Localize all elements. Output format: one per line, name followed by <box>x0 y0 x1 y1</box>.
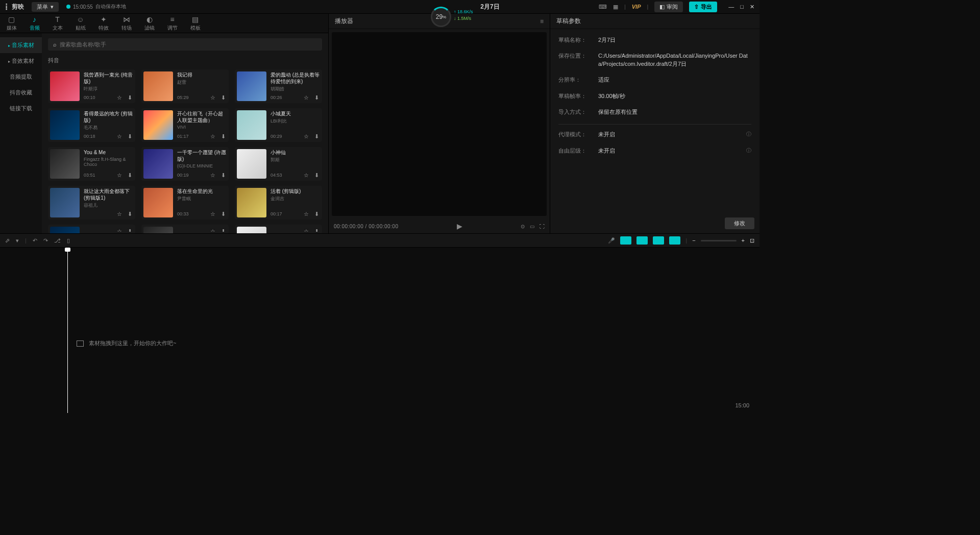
top-tab-0[interactable]: ▢媒体 <box>0 14 23 33</box>
favorite-icon[interactable]: ☆ <box>209 228 216 232</box>
info-icon[interactable]: ⓘ <box>746 147 751 155</box>
music-card[interactable]: 就让这大雨全都落下 (剪辑版1)容祖儿☆⬇ <box>48 186 135 220</box>
modify-button[interactable]: 修改 <box>725 217 754 229</box>
player-viewport[interactable] <box>332 32 547 216</box>
music-thumb <box>143 188 173 217</box>
music-card[interactable]: 带我去找夜生活☆⬇ <box>235 225 322 233</box>
track-btn-4[interactable] <box>669 236 680 245</box>
focus-icon[interactable]: ⊙ <box>521 224 525 229</box>
side-tab-3[interactable]: 抖音收藏 <box>0 85 42 101</box>
favorite-icon[interactable]: ☆ <box>303 228 310 232</box>
music-card[interactable]: 小城夏天LBI利比00:29☆⬇ <box>235 108 322 142</box>
info-icon[interactable]: ⓘ <box>746 131 751 138</box>
playhead[interactable] <box>67 250 68 413</box>
cursor-tool-icon[interactable]: ⬀ <box>5 237 10 244</box>
minimize-icon[interactable]: — <box>728 4 734 10</box>
side-tab-1[interactable]: ▸音效素材 <box>0 53 42 69</box>
music-card[interactable]: 我记得赵雷05:29☆⬇ <box>141 69 229 103</box>
top-tab-2[interactable]: T文本 <box>46 14 69 33</box>
music-card[interactable]: 一千零一个愿望 (许愿版)(G)I-DLE MINNIE00:19☆⬇ <box>141 147 229 181</box>
close-icon[interactable]: ✕ <box>750 4 754 10</box>
download-icon[interactable]: ⬇ <box>219 133 227 140</box>
music-card[interactable]: 小神仙郭斯04:53☆⬇ <box>235 147 322 181</box>
zoom-in-icon[interactable]: + <box>742 237 745 244</box>
review-button[interactable]: ◧ 审阅 <box>654 2 683 12</box>
music-card[interactable]: 我曾遇到一束光 (纯音版)叶斯淳00:10☆⬇ <box>48 69 135 103</box>
favorite-icon[interactable]: ☆ <box>116 228 123 232</box>
download-icon[interactable]: ⬇ <box>313 172 320 179</box>
favorite-icon[interactable]: ☆ <box>209 133 216 140</box>
top-tab-1[interactable]: ♪音频 <box>23 14 46 33</box>
music-thumb <box>143 149 173 179</box>
player-menu-icon[interactable]: ≡ <box>540 18 544 25</box>
split-icon[interactable]: ⎇ <box>54 237 61 244</box>
favorite-icon[interactable]: ☆ <box>209 94 216 101</box>
music-card[interactable]: 落在生命里的光尹昔眠00:33☆⬇ <box>141 186 229 220</box>
top-tab-6[interactable]: ◐滤镜 <box>138 14 161 33</box>
ratio-icon[interactable]: ▭ <box>530 224 534 229</box>
mic-icon[interactable]: 🎤 <box>608 237 615 244</box>
music-thumb <box>237 149 266 179</box>
favorite-icon[interactable]: ☆ <box>116 94 123 101</box>
top-tab-5[interactable]: ⋈转场 <box>115 14 138 33</box>
search-input[interactable] <box>60 41 317 47</box>
redo-icon[interactable]: ↷ <box>43 237 48 244</box>
top-tab-7[interactable]: ≡调节 <box>161 14 184 33</box>
favorite-icon[interactable]: ☆ <box>116 172 123 179</box>
download-icon[interactable]: ⬇ <box>219 228 227 232</box>
favorite-icon[interactable]: ☆ <box>209 210 216 217</box>
vip-badge[interactable]: VIP <box>632 4 641 10</box>
music-card[interactable]: 阿珍爱上了阿强☆⬇ <box>141 225 229 233</box>
zoom-fit-icon[interactable]: ⊡ <box>750 237 754 244</box>
download-icon[interactable]: ⬇ <box>126 210 133 217</box>
download-icon[interactable]: ⬇ <box>219 94 227 101</box>
delete-icon[interactable]: ▯ <box>67 237 70 244</box>
download-icon[interactable]: ⬇ <box>126 172 133 179</box>
layout-icon[interactable]: ▦ <box>613 4 618 10</box>
download-icon[interactable]: ⬇ <box>313 133 320 140</box>
search-box[interactable]: ⌕ <box>48 38 322 51</box>
side-tab-2[interactable]: 音频提取 <box>0 69 42 85</box>
top-tab-8[interactable]: ▤模板 <box>184 14 207 33</box>
shortcut-icon[interactable]: ⌨ <box>599 4 607 10</box>
zoom-out-icon[interactable]: − <box>692 237 695 244</box>
side-tab-0[interactable]: ▸音乐素材 <box>0 37 42 53</box>
music-duration: 00:33 <box>177 211 189 216</box>
play-button[interactable]: ▶ <box>457 222 462 230</box>
favorite-icon[interactable]: ☆ <box>303 210 310 217</box>
download-icon[interactable]: ⬇ <box>219 172 227 179</box>
favorite-icon[interactable]: ☆ <box>209 172 216 179</box>
menu-button[interactable]: 菜单 ▾ <box>32 2 59 12</box>
download-icon[interactable]: ⬇ <box>219 210 227 217</box>
music-card[interactable]: 爱的蠢动 (总是执着等待爱情的到来)胡期皓00:26☆⬇ <box>235 69 322 103</box>
download-icon[interactable]: ⬇ <box>313 210 320 217</box>
download-icon[interactable]: ⬇ <box>126 133 133 140</box>
zoom-slider[interactable] <box>701 240 737 241</box>
track-btn-1[interactable] <box>620 236 631 245</box>
maximize-icon[interactable]: □ <box>740 4 744 10</box>
top-tab-3[interactable]: ☺贴纸 <box>69 14 92 33</box>
download-icon[interactable]: ⬇ <box>126 228 133 232</box>
download-icon[interactable]: ⬇ <box>313 94 320 101</box>
fullscreen-icon[interactable]: ⛶ <box>540 224 545 229</box>
music-card[interactable]: You & MeFingazz ft.H-Slang & Choco03:51☆… <box>48 147 135 181</box>
download-icon[interactable]: ⬇ <box>126 94 133 101</box>
music-card[interactable]: 活着 (剪辑版)金润吉00:17☆⬇ <box>235 186 322 220</box>
favorite-icon[interactable]: ☆ <box>116 210 123 217</box>
top-tab-4[interactable]: ✦特效 <box>92 14 115 33</box>
music-card[interactable]: 看得最远的地方 (剪辑版)毛不易00:18☆⬇ <box>48 108 135 142</box>
track-btn-2[interactable] <box>636 236 648 245</box>
timeline[interactable]: 素材拖拽到这里，开始你的大作吧~ 15:00 <box>0 248 760 411</box>
track-btn-3[interactable] <box>653 236 664 245</box>
favorite-icon[interactable]: ☆ <box>303 94 310 101</box>
side-tab-4[interactable]: 链接下载 <box>0 101 42 116</box>
download-icon[interactable]: ⬇ <box>313 228 320 232</box>
music-card[interactable]: 开心往前飞（开心超人联盟主题曲）VIVI01:17☆⬇ <box>141 108 229 142</box>
tool-chevron-icon[interactable]: ▾ <box>16 237 19 244</box>
export-button[interactable]: ⇧ 导出 <box>689 2 717 12</box>
favorite-icon[interactable]: ☆ <box>303 172 310 179</box>
favorite-icon[interactable]: ☆ <box>116 133 123 140</box>
undo-icon[interactable]: ↶ <box>33 237 37 244</box>
favorite-icon[interactable]: ☆ <box>303 133 310 140</box>
music-card[interactable]: 满天星辰不及你(剪☆⬇ <box>48 225 135 233</box>
